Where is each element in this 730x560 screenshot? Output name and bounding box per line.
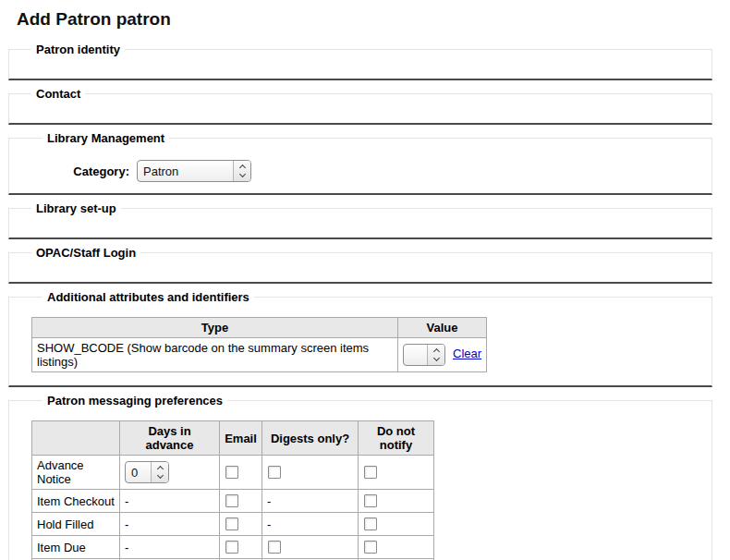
legend-patron-identity: Patron identity bbox=[31, 43, 125, 56]
fieldset-contact: Contact bbox=[8, 87, 712, 125]
messaging-row-label: Item Due bbox=[32, 536, 120, 559]
messaging-row-item-checkout: Item Checkout-- bbox=[32, 490, 434, 513]
messaging-cell-item-checkout-digests: - bbox=[262, 490, 359, 513]
category-select[interactable]: Patron bbox=[137, 160, 251, 182]
legend-attributes: Additional attributes and identifiers bbox=[43, 290, 254, 304]
attribute-value-cell: Clear bbox=[398, 338, 487, 372]
messaging-cell-advance-notice-email bbox=[220, 456, 262, 490]
advance-notice-email-checkbox[interactable] bbox=[225, 466, 238, 479]
legend-library-setup: Library set-up bbox=[31, 201, 121, 215]
messaging-cell-item-due-notify bbox=[359, 536, 434, 559]
select-spinner-icon bbox=[427, 345, 444, 365]
attribute-value-select-value bbox=[404, 345, 427, 365]
messaging-row-item-due: Item Due- bbox=[32, 536, 434, 559]
attributes-table: TypeValueSHOW_BCODE (Show barcode on the… bbox=[31, 317, 487, 372]
messaging-cell-advance-notice-digests bbox=[262, 456, 359, 490]
advance-notice-digests-checkbox[interactable] bbox=[268, 466, 281, 479]
messaging-cell-advance-notice-days: 0 bbox=[120, 456, 220, 490]
legend-library-management: Library Management bbox=[43, 131, 169, 145]
messaging-cell-item-checkout-email bbox=[220, 490, 262, 513]
legend-messaging: Patron messaging preferences bbox=[43, 394, 227, 408]
category-label: Category: bbox=[31, 164, 129, 178]
messaging-header-empty bbox=[32, 421, 120, 456]
messaging-row-label: Hold Filled bbox=[32, 513, 120, 536]
fieldset-opac-login: OPAC/Staff Login bbox=[8, 246, 712, 284]
attribute-value-select[interactable] bbox=[403, 344, 445, 366]
messaging-row-hold-filled: Hold Filled-- bbox=[32, 513, 434, 536]
messaging-cell-item-due-digests bbox=[262, 536, 359, 559]
messaging-cell-advance-notice-notify bbox=[359, 456, 434, 490]
item-due-email-checkbox[interactable] bbox=[225, 541, 238, 554]
messaging-header-email: Email bbox=[220, 421, 262, 456]
messaging-row-label: Advance Notice bbox=[32, 456, 120, 490]
messaging-cell-hold-filled-notify bbox=[359, 513, 434, 536]
messaging-header-digests-only: Digests only? bbox=[262, 421, 359, 456]
messaging-cell-item-due-email bbox=[220, 536, 262, 559]
fieldset-library-management: Library Management Category: Patron bbox=[8, 131, 712, 195]
attributes-header-value: Value bbox=[398, 318, 487, 338]
category-row: Category: Patron bbox=[31, 160, 700, 182]
messaging-row-label: Item Checkout bbox=[32, 490, 120, 513]
advance-notice-days-select-value: 0 bbox=[126, 462, 151, 482]
fieldset-patron-identity: Patron identity bbox=[8, 43, 712, 80]
legend-opac-login: OPAC/Staff Login bbox=[31, 246, 140, 260]
select-spinner-icon bbox=[233, 161, 250, 181]
fieldset-library-setup: Library set-up bbox=[8, 201, 712, 239]
select-spinner-icon bbox=[151, 462, 168, 482]
clear-link[interactable]: Clear bbox=[453, 347, 481, 360]
messaging-cell-item-checkout-days: - bbox=[120, 490, 220, 513]
messaging-header-do-not-notify: Do not notify bbox=[359, 421, 434, 456]
item-checkout-email-checkbox[interactable] bbox=[225, 494, 238, 507]
hold-filled-email-checkbox[interactable] bbox=[225, 517, 238, 530]
fieldset-messaging: Patron messaging preferences Days in adv… bbox=[8, 394, 712, 560]
messaging-cell-hold-filled-digests: - bbox=[262, 513, 359, 536]
messaging-cell-item-due-days: - bbox=[120, 536, 220, 559]
hold-filled-notify-checkbox[interactable] bbox=[364, 517, 377, 530]
attributes-header-type: Type bbox=[32, 318, 398, 338]
messaging-cell-item-checkout-notify bbox=[359, 490, 434, 513]
messaging-cell-hold-filled-days: - bbox=[120, 513, 220, 536]
attribute-row: SHOW_BCODE (Show barcode on the summary … bbox=[32, 338, 487, 372]
item-due-digests-checkbox[interactable] bbox=[268, 541, 281, 554]
attribute-type-text: SHOW_BCODE (Show barcode on the summary … bbox=[32, 338, 398, 372]
item-checkout-notify-checkbox[interactable] bbox=[364, 494, 377, 507]
category-select-value: Patron bbox=[138, 161, 233, 181]
messaging-table: Days in advanceEmailDigests only?Do not … bbox=[31, 420, 434, 560]
advance-notice-days-select[interactable]: 0 bbox=[125, 461, 169, 483]
legend-contact: Contact bbox=[31, 87, 85, 101]
page-title: Add Patron patron bbox=[17, 9, 730, 30]
advance-notice-notify-checkbox[interactable] bbox=[364, 466, 377, 479]
fieldset-attributes: Additional attributes and identifiers Ty… bbox=[8, 290, 712, 387]
messaging-cell-hold-filled-email bbox=[220, 513, 262, 536]
messaging-row-advance-notice: Advance Notice0 bbox=[32, 456, 434, 490]
add-patron-page: Add Patron patron Patron identity Contac… bbox=[0, 9, 730, 560]
item-due-notify-checkbox[interactable] bbox=[364, 541, 377, 554]
messaging-header-days-in-advance: Days in advance bbox=[120, 421, 220, 456]
